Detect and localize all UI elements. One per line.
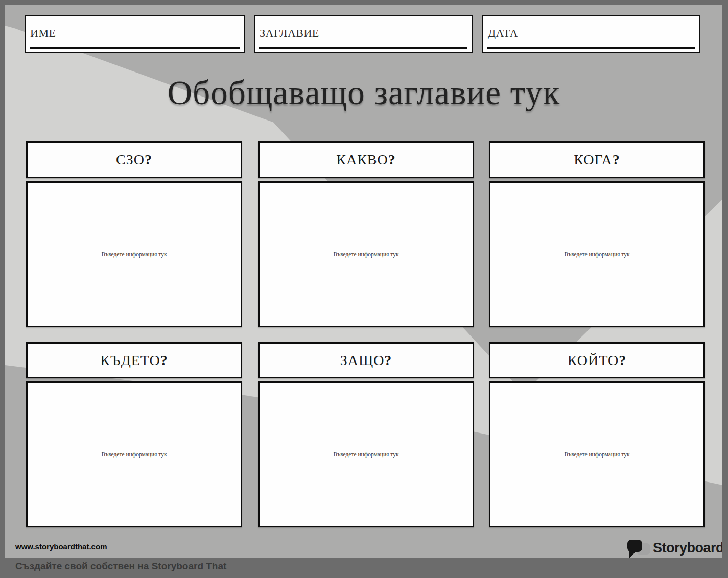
speech-bubble-tail-icon (629, 550, 637, 558)
card-where-placeholder: Въведете информация тук (102, 451, 167, 457)
brand-name-primary: Storyboard (653, 540, 722, 556)
card-what-header[interactable]: КАКВО? (258, 141, 474, 178)
card-who: СЗО? Въведете информация тук (26, 141, 242, 327)
card-why: ЗАЩО? Въведете информация тук (258, 342, 474, 527)
card-who-header[interactable]: СЗО? (26, 141, 242, 178)
card-when-header[interactable]: КОГА? (489, 141, 705, 178)
card-where: КЪДЕТО? Въведете информация тук (26, 342, 242, 527)
title-field-underline (259, 47, 467, 49)
title-field[interactable]: ЗАГЛАВИЕ (254, 15, 473, 53)
card-why-body[interactable]: Въведете информация тук (258, 381, 474, 527)
bottom-strip: Създайте свой собствен на Storyboard Tha… (0, 558, 728, 578)
name-field-label: ИМЕ (30, 27, 56, 40)
worksheet-page: ИМЕ ЗАГЛАВИЕ ДАТА Обобщаващо заглавие ту… (5, 5, 722, 558)
card-which-header[interactable]: КОЙТО? (489, 342, 705, 378)
card-which: КОЙТО? Въведете информация тук (489, 342, 705, 527)
card-why-title: ЗАЩО (340, 352, 385, 369)
card-what-title: КАКВО (336, 152, 388, 168)
date-field-underline (487, 47, 695, 49)
storyboardthat-logo: StoryboardThat (627, 536, 722, 558)
card-who-title: СЗО (116, 152, 145, 168)
card-what: КАКВО? Въведете информация тук (258, 141, 474, 327)
card-where-header[interactable]: КЪДЕТО? (26, 342, 242, 378)
date-field-label: ДАТА (488, 27, 518, 40)
card-who-placeholder: Въведете информация тук (102, 251, 167, 257)
card-who-body[interactable]: Въведете информация тук (26, 181, 242, 327)
card-which-body[interactable]: Въведете информация тук (489, 381, 705, 527)
card-what-placeholder: Въведете информация тук (334, 251, 399, 257)
card-which-title: КОЙТО (568, 352, 619, 369)
page-title[interactable]: Обобщаващо заглавие тук (5, 73, 722, 112)
card-who-qmark: ? (145, 152, 152, 168)
card-what-qmark: ? (388, 152, 396, 168)
card-why-placeholder: Въведете информация тук (334, 451, 399, 457)
card-when-body[interactable]: Въведете информация тук (489, 181, 705, 327)
create-your-own-tagline: Създайте свой собствен на Storyboard Tha… (15, 561, 226, 572)
website-url: www.storyboardthat.com (15, 542, 107, 551)
card-where-qmark: ? (160, 352, 168, 369)
card-when-title: КОГА (574, 152, 613, 168)
speech-bubbles-icon (627, 538, 653, 558)
card-when: КОГА? Въведете информация тук (489, 141, 705, 327)
name-field-underline (30, 47, 240, 49)
card-what-body[interactable]: Въведете информация тук (258, 181, 474, 327)
title-field-label: ЗАГЛАВИЕ (260, 27, 319, 40)
card-why-header[interactable]: ЗАЩО? (258, 342, 474, 378)
card-where-body[interactable]: Въведете информация тук (26, 381, 242, 527)
name-field[interactable]: ИМЕ (25, 15, 245, 53)
poster-canvas: ИМЕ ЗАГЛАВИЕ ДАТА Обобщаващо заглавие ту… (0, 0, 728, 578)
card-why-qmark: ? (384, 352, 392, 369)
card-when-qmark: ? (613, 152, 620, 168)
date-field[interactable]: ДАТА (482, 15, 700, 53)
card-when-placeholder: Въведете информация тук (565, 251, 630, 257)
card-which-placeholder: Въведете информация тук (565, 451, 630, 457)
card-where-title: КЪДЕТО (100, 352, 160, 369)
card-which-qmark: ? (619, 352, 626, 369)
